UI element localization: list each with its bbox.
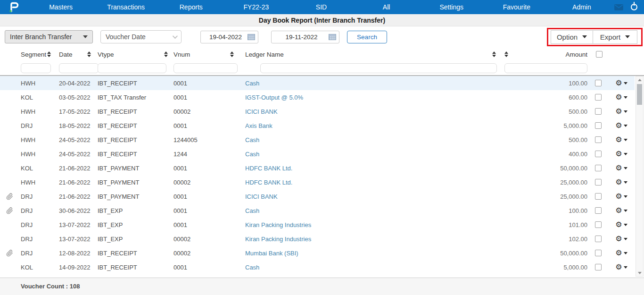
sort-icon[interactable] (164, 51, 168, 57)
app-logo[interactable] (0, 1, 28, 13)
ledger-link[interactable]: ICICI BANK (245, 193, 278, 200)
row-checkbox[interactable] (595, 136, 602, 143)
table-row[interactable]: HWH 21-06-2022 IBT_PAYMENT 00002 HDFC BA… (0, 175, 635, 189)
cell-segment: DRJ (19, 236, 57, 243)
report-type-dropdown[interactable]: Inter Branch Transfer (5, 30, 93, 43)
nav-item-sid[interactable]: SID (289, 3, 354, 11)
row-actions-button[interactable]: ⚙ (615, 108, 627, 115)
row-checkbox[interactable] (595, 179, 602, 185)
segment-filter-input[interactable] (21, 63, 51, 73)
cell-vnum: 1244 (172, 151, 243, 158)
nav-item-all[interactable]: All (354, 3, 419, 11)
table-row[interactable]: HWH 24-05-2022 IBT_RECEIPT 1244 Cash 400… (0, 147, 635, 161)
vtype-filter-input[interactable] (98, 63, 166, 73)
select-all-checkbox[interactable] (596, 51, 603, 58)
sort-icon[interactable] (230, 51, 234, 57)
ledger-link[interactable]: HDFC BANK Ltd. (245, 179, 292, 186)
mail-icon[interactable] (614, 4, 623, 10)
scroll-up-arrow[interactable] (636, 76, 643, 83)
row-checkbox[interactable] (595, 207, 602, 214)
row-checkbox[interactable] (595, 193, 602, 200)
sort-icon[interactable] (504, 51, 508, 57)
ledger-link[interactable]: ICICI BANK (245, 108, 278, 115)
table-row[interactable]: DRJ 12-08-2022 IBT_RECEIPT 00002 Mumbai … (0, 246, 635, 260)
date-filter-input[interactable] (59, 63, 99, 73)
nav-item-reports[interactable]: Reports (158, 3, 223, 11)
date-basis-dropdown[interactable]: Voucher Date (100, 30, 182, 43)
ledger-link[interactable]: Cash (245, 80, 259, 87)
row-checkbox[interactable] (595, 221, 602, 228)
caret-down-icon (624, 139, 627, 141)
export-button[interactable]: Export (593, 30, 637, 44)
sort-icon[interactable] (47, 51, 51, 57)
ledger-link[interactable]: Cash (245, 136, 259, 143)
caret-down-icon (624, 82, 627, 84)
vnum-filter-input[interactable] (173, 63, 238, 73)
row-checkbox[interactable] (595, 165, 602, 171)
row-actions-button[interactable]: ⚙ (615, 164, 627, 172)
row-checkbox[interactable] (595, 80, 602, 86)
nav-item-transactions[interactable]: Transactions (93, 3, 158, 11)
ledger-link[interactable]: Cash (245, 207, 259, 214)
ledger-filter-input[interactable] (260, 63, 497, 73)
to-date-input[interactable] (274, 34, 329, 41)
ledger-link[interactable]: Cash (245, 264, 259, 271)
nav-item-favourite[interactable]: Favourite (484, 3, 549, 11)
scroll-down-arrow[interactable] (636, 270, 643, 276)
ledger-link[interactable]: Axis Bank (245, 122, 272, 129)
ledger-link[interactable]: HDFC BANK Ltd. (245, 165, 292, 172)
ledger-link[interactable]: Kiran Packing Industries (245, 236, 311, 243)
row-checkbox[interactable] (595, 250, 602, 256)
row-checkbox[interactable] (595, 94, 602, 101)
row-actions-button[interactable]: ⚙ (615, 263, 627, 271)
table-row[interactable]: KOL 03-05-2022 IBT_TAX Transfer 0001 IGS… (0, 90, 635, 104)
nav-item-settings[interactable]: Settings (419, 3, 484, 11)
row-checkbox[interactable] (595, 108, 602, 115)
amount-filter-input[interactable] (504, 63, 587, 73)
table-row[interactable]: DRJ 21-06-2022 IBT_PAYMENT 0001 ICICI BA… (0, 189, 635, 203)
power-icon[interactable] (631, 4, 637, 10)
ledger-link[interactable]: Cash (245, 151, 259, 158)
table-row[interactable]: HWH 24-05-2022 IBT_RECEIPT 1244005 Cash … (0, 133, 635, 147)
scrollbar-track[interactable] (636, 83, 643, 270)
row-checkbox[interactable] (595, 236, 602, 242)
row-actions-button[interactable]: ⚙ (615, 136, 627, 143)
table-row[interactable]: KOL 21-06-2022 IBT_PAYMENT 0001 HDFC BAN… (0, 161, 635, 175)
row-actions-button[interactable]: ⚙ (615, 150, 627, 158)
sort-icon[interactable] (492, 51, 496, 57)
row-checkbox[interactable] (595, 151, 602, 157)
table-header: Segment Date Vtype Vnum Ledger Name (0, 47, 644, 61)
from-date-input[interactable] (204, 34, 248, 41)
table-row[interactable]: HWH 20-04-2022 IBT_RECEIPT 0001 Cash 100… (0, 76, 635, 90)
scrollbar-thumb[interactable] (637, 84, 642, 105)
ledger-link[interactable]: IGST-Output @ 5.0% (245, 94, 303, 101)
row-actions-button[interactable]: ⚙ (615, 93, 627, 101)
ledger-link[interactable]: Kiran Packing Industries (245, 221, 311, 228)
option-button[interactable]: Option (551, 30, 593, 44)
table-row[interactable]: DRJ 13-07-2022 IBT_EXP 00002 Kiran Packi… (0, 232, 635, 246)
row-actions-button[interactable]: ⚙ (615, 221, 627, 228)
nav-item-admin[interactable]: Admin (549, 3, 614, 11)
row-checkbox[interactable] (595, 122, 602, 129)
row-actions-button[interactable]: ⚙ (615, 193, 627, 200)
nav-item-masters[interactable]: Masters (28, 3, 93, 11)
table-row[interactable]: KOL 14-09-2022 IBT_RECEIPT 0001 Cash 5,0… (0, 260, 635, 274)
row-actions-button[interactable]: ⚙ (615, 178, 627, 186)
row-actions-button[interactable]: ⚙ (615, 122, 627, 129)
table-row[interactable]: DRJ 18-05-2022 IBT_RECEIPT 0001 Axis Ban… (0, 118, 635, 133)
cell-date: 20-04-2022 (57, 80, 96, 87)
table-row[interactable]: DRJ 30-06-2022 IBT_EXP 0001 Cash 100.00 … (0, 203, 635, 218)
sort-icon[interactable] (87, 51, 91, 57)
nav-item-fy22-23[interactable]: FY22-23 (223, 3, 289, 11)
calendar-icon[interactable] (329, 34, 336, 40)
row-actions-button[interactable]: ⚙ (615, 207, 627, 214)
search-button[interactable]: Search (347, 31, 387, 43)
calendar-icon[interactable] (248, 34, 255, 40)
row-actions-button[interactable]: ⚙ (615, 249, 627, 257)
row-checkbox[interactable] (595, 264, 602, 270)
table-row[interactable]: HWH 17-05-2022 IBT_RECEIPT 00002 ICICI B… (0, 104, 635, 118)
row-actions-button[interactable]: ⚙ (615, 79, 627, 87)
row-actions-button[interactable]: ⚙ (615, 235, 627, 243)
ledger-link[interactable]: Mumbai Bank (SBI) (245, 250, 298, 257)
table-row[interactable]: DRJ 13-07-2022 IBT_EXP 0001 Kiran Packin… (0, 218, 635, 232)
